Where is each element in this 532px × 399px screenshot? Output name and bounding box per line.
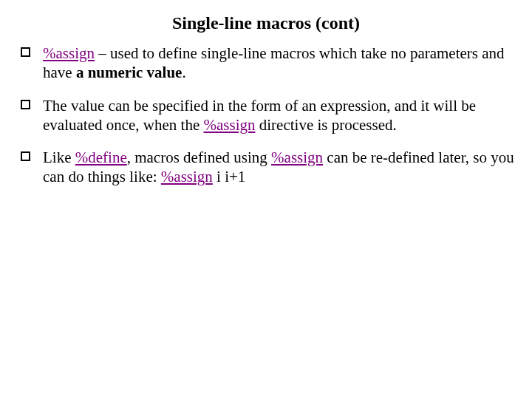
keyword-assign: %assign: [43, 44, 95, 62]
keyword-assign: %assign: [204, 116, 256, 134]
text-run: i i+1: [213, 168, 246, 185]
bullet-list: %assign – used to define single-line mac…: [18, 44, 514, 187]
text-run: .: [182, 64, 185, 81]
keyword-assign: %assign: [271, 149, 323, 166]
slide-title: Single-line macros (cont): [18, 13, 514, 33]
keyword-define: %define: [75, 149, 127, 166]
list-item: The value can be specified in the form o…: [18, 96, 514, 135]
list-item: Like %define, macros defined using %assi…: [18, 148, 514, 187]
text-run: , macros defined using: [127, 149, 271, 166]
text-run: directive is processed.: [256, 116, 397, 134]
text-run: Like: [43, 149, 75, 166]
slide: Single-line macros (cont) %assign – used…: [0, 0, 532, 399]
bold-text: a numeric value: [76, 64, 182, 81]
list-item: %assign – used to define single-line mac…: [18, 44, 514, 83]
keyword-assign: %assign: [161, 168, 213, 185]
